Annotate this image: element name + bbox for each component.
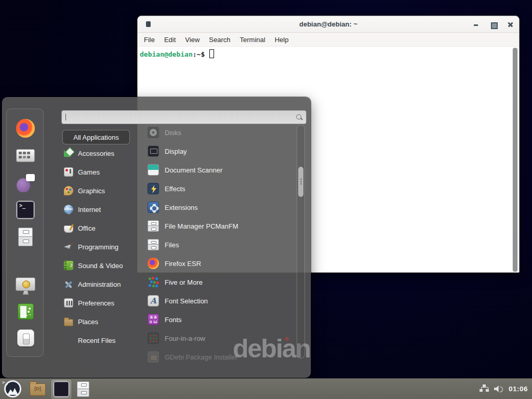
category-preferences[interactable]: Preferences (62, 294, 140, 312)
fonts-icon (148, 314, 159, 325)
firefox-icon (148, 258, 159, 269)
app-file-manager-pcmanfm[interactable]: File Manager PCManFM (145, 217, 297, 235)
menu-edit[interactable]: Edit (159, 33, 180, 47)
pidgin-icon (16, 174, 35, 193)
favorites-rail (6, 109, 44, 357)
terminal-cursor (209, 49, 214, 58)
places-icon (64, 319, 73, 326)
app-document-scanner[interactable]: Document Scanner (145, 161, 297, 179)
taskbar: 01:06 (0, 378, 532, 399)
menu-scrollbar[interactable] (297, 125, 305, 358)
shutdown-button[interactable] (7, 329, 44, 347)
four-in-a-row-icon (148, 332, 159, 344)
preferences-icon (64, 298, 73, 308)
minimize-icon[interactable] (472, 20, 480, 29)
gdebi-icon (148, 351, 159, 363)
app-font-selection[interactable]: Font Selection (145, 291, 297, 310)
search-icon (296, 114, 303, 121)
category-internet[interactable]: Internet (62, 200, 140, 219)
app-gdebi-package-installer[interactable]: GDebi Package Installer (145, 348, 297, 366)
display-icon (148, 145, 159, 157)
app-extensions[interactable]: Extensions (145, 198, 297, 217)
app-display[interactable]: Display (145, 142, 297, 161)
volume-icon[interactable] (494, 385, 503, 393)
terminal-menubar: File Edit View Search Terminal Help (138, 33, 519, 47)
sound-video-icon (64, 261, 73, 270)
clock[interactable]: 01:06 (509, 385, 528, 393)
logout-button[interactable] (7, 303, 44, 320)
prompt-user-host: debian@debian (140, 50, 193, 58)
search-input[interactable] (65, 112, 294, 123)
menu-search-box (61, 110, 307, 124)
category-list: Accessories Games Graphics Internet Offi… (62, 144, 140, 350)
favorite-keyboard[interactable] (7, 149, 44, 162)
all-applications-label: All Applications (73, 134, 118, 141)
prompt-suffix: :~$ (193, 50, 205, 58)
file-cabinet-icon (148, 220, 159, 232)
taskbar-launchers (0, 379, 94, 399)
menu-search[interactable]: Search (204, 33, 235, 47)
category-places[interactable]: Places (62, 312, 140, 331)
files-launcher[interactable] (74, 380, 92, 398)
extensions-icon (148, 202, 159, 213)
system-tray: 01:06 (480, 384, 532, 393)
application-menu: debian All Applications Accessories Game… (2, 97, 311, 378)
internet-icon (64, 205, 73, 214)
category-sound-video[interactable]: Sound & Video (62, 256, 140, 275)
terminal-icon (17, 202, 34, 218)
menu-terminal[interactable]: Terminal (235, 33, 270, 47)
terminal-scrollbar[interactable] (512, 48, 518, 272)
keyboard-icon (16, 149, 35, 162)
favorite-pidgin[interactable] (7, 174, 44, 193)
category-accessories[interactable]: Accessories (62, 144, 140, 163)
category-graphics[interactable]: Graphics (62, 181, 140, 200)
app-five-or-more[interactable]: Five or More (145, 273, 297, 291)
favorite-firefox[interactable] (7, 119, 44, 138)
shutdown-icon (17, 329, 34, 347)
five-or-more-icon (148, 276, 159, 288)
file-cabinet-icon (148, 239, 159, 250)
app-files[interactable]: Files (145, 235, 297, 254)
favorite-terminal[interactable] (7, 202, 44, 218)
terminal-scrollbar-thumb[interactable] (513, 48, 517, 272)
app-fonts[interactable]: Fonts (145, 310, 297, 329)
menu-file[interactable]: File (139, 33, 159, 47)
file-manager-launcher[interactable] (27, 380, 48, 398)
category-administration[interactable]: Administration (62, 275, 140, 294)
administration-icon (64, 280, 73, 289)
menu-scrollbar-thumb[interactable] (298, 167, 303, 197)
games-icon (64, 167, 73, 177)
office-icon (64, 225, 73, 233)
file-cabinet-icon (77, 381, 89, 397)
category-recent-files[interactable]: Recent Files (62, 331, 140, 350)
close-icon[interactable] (506, 20, 514, 29)
app-disks[interactable]: Disks (145, 123, 297, 142)
app-firefox-esr[interactable]: Firefox ESR (145, 254, 297, 273)
document-scanner-icon (148, 164, 159, 176)
accessories-icon (64, 149, 73, 158)
all-applications-button[interactable]: All Applications (62, 130, 130, 144)
menu-help[interactable]: Help (270, 33, 294, 47)
disks-icon (148, 127, 159, 138)
programming-icon (64, 242, 73, 251)
app-effects[interactable]: Effects (145, 179, 297, 198)
application-list: Disks Display Document Scanner Effects E… (145, 123, 297, 366)
shell-prompt: debian@debian:~$ (138, 47, 519, 58)
app-four-in-a-row[interactable]: Four-in-a-row (145, 329, 297, 348)
window-title: debian@debian: ~ (138, 16, 519, 33)
file-cabinet-icon (18, 228, 33, 246)
folder-icon (30, 383, 46, 396)
font-selection-icon (148, 295, 159, 307)
firefox-icon (16, 119, 35, 138)
category-programming[interactable]: Programming (62, 237, 140, 256)
maximize-icon[interactable] (489, 20, 497, 29)
lock-screen-button[interactable] (7, 277, 44, 291)
category-games[interactable]: Games (62, 163, 140, 181)
menu-view[interactable]: View (180, 33, 204, 47)
terminal-titlebar[interactable]: debian@debian: ~ (138, 16, 519, 33)
terminal-launcher[interactable] (51, 380, 71, 398)
category-office[interactable]: Office (62, 219, 140, 237)
network-icon[interactable] (480, 384, 489, 393)
effects-icon (148, 183, 159, 194)
favorite-files[interactable] (7, 228, 44, 246)
